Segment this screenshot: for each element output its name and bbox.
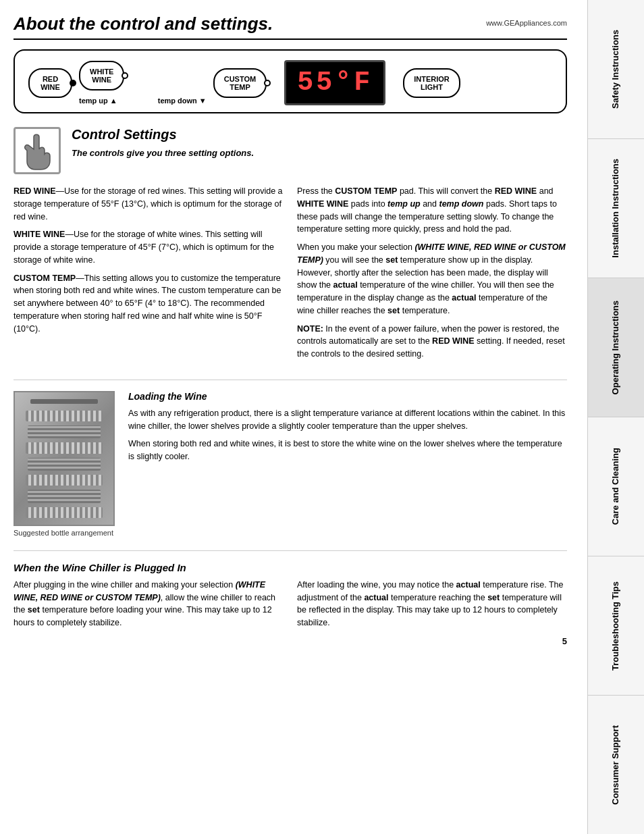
actual-bold: actual xyxy=(333,280,358,290)
sidebar-item-consumer[interactable]: Consumer Support xyxy=(588,696,644,834)
red-wine-desc: RED WINE—Use for the storage of red wine… xyxy=(14,185,284,223)
website-url: www.GEAppliances.com xyxy=(486,19,567,27)
sidebar-item-care[interactable]: Care and Cleaning xyxy=(588,417,644,556)
bottles-1 xyxy=(28,425,100,439)
two-col-content: RED WINE—Use for the storage of red wine… xyxy=(14,185,567,366)
actual-bold-2: actual xyxy=(452,293,476,303)
sidebar-label-operating: Operating Instructions xyxy=(610,301,622,394)
white-wine-button[interactable]: WHITE WINE xyxy=(79,61,124,90)
custom-temp-label-line1: CUSTOM xyxy=(224,75,256,83)
control-settings-section: Control Settings The controls give you t… xyxy=(14,127,567,174)
interior-light-group: INTERIOR LIGHT xyxy=(403,68,460,98)
lcd-display: 55°F xyxy=(284,60,385,105)
interior-light-label-line2: LIGHT xyxy=(414,83,450,91)
right-para-2: When you make your selection (WHITE WINE… xyxy=(297,241,567,317)
plugged-right: After loading the wine, you may notice t… xyxy=(297,579,567,629)
loading-wine-heading: Loading the Wine xyxy=(128,391,567,402)
wine-image-inner xyxy=(15,392,113,525)
control-settings-heading: Control Settings xyxy=(72,127,567,142)
plugged-set: set xyxy=(28,605,40,615)
plugged-left: After plugging in the wine chiller and m… xyxy=(14,579,284,629)
white-wine-label-line2: WINE xyxy=(90,76,113,84)
plugged-actual-2: actual xyxy=(364,593,388,602)
sidebar-item-operating[interactable]: Operating Instructions xyxy=(588,278,644,417)
plugged-actual-1: actual xyxy=(456,580,481,590)
wine-image-container: Suggested bottle arrangement xyxy=(14,391,115,537)
page-number: 5 xyxy=(14,636,567,646)
sidebar-item-installation[interactable]: Installation Instructions xyxy=(588,139,644,278)
temp-labels: temp up ▲ temp down ▼ xyxy=(79,97,207,105)
temp-up-label: temp up ▲ xyxy=(79,97,117,105)
page-header: About the control and settings. www.GEAp… xyxy=(14,14,567,40)
col-right: Press the CUSTOM TEMP pad. This will con… xyxy=(297,185,567,366)
red-wine-term: RED WINE xyxy=(14,186,56,196)
page-title: About the control and settings. xyxy=(14,14,273,34)
set-bold-2: set xyxy=(387,306,400,315)
shelf-4 xyxy=(26,507,102,518)
panel-buttons: RED WINE WHITE WINE temp up ▲ temp down … xyxy=(28,60,552,105)
loading-text: Loading the Wine As with any refrigerati… xyxy=(128,391,567,537)
interior-light-button[interactable]: INTERIOR LIGHT xyxy=(403,68,460,98)
red-wine-group: RED WINE xyxy=(28,68,72,98)
hand-icon xyxy=(14,127,61,174)
custom-temp-group: CUSTOM TEMP xyxy=(213,68,267,98)
custom-temp-bold: CUSTOM TEMP xyxy=(335,186,397,196)
image-caption: Suggested bottle arrangement xyxy=(14,529,115,537)
red-wine-label-line1: RED xyxy=(39,75,61,83)
control-panel-diagram: RED WINE WHITE WINE temp up ▲ temp down … xyxy=(14,49,567,113)
custom-temp-button[interactable]: CUSTOM TEMP xyxy=(213,68,267,98)
control-settings-subheading: The controls give you three setting opti… xyxy=(72,148,567,158)
custom-temp-desc: CUSTOM TEMP—This setting allows you to c… xyxy=(14,272,284,336)
loading-para-1: As with any refrigeration product, there… xyxy=(128,407,567,433)
main-content: About the control and settings. www.GEAp… xyxy=(0,0,587,834)
top-bar xyxy=(30,399,99,404)
shelf-2 xyxy=(26,442,102,453)
right-para-1: Press the CUSTOM TEMP pad. This will con… xyxy=(297,185,567,236)
hand-svg xyxy=(20,130,54,171)
set-bold: set xyxy=(385,255,398,265)
interior-light-label-line1: INTERIOR xyxy=(414,75,450,83)
plugged-in-section: When the Wine Chiller is Plugged In Afte… xyxy=(14,550,567,629)
sidebar-label-consumer: Consumer Support xyxy=(610,725,622,805)
shelf-3 xyxy=(26,475,102,486)
sidebar-label-installation: Installation Instructions xyxy=(610,159,622,258)
plugged-cols: After plugging in the wine chiller and m… xyxy=(14,579,567,629)
white-wine-desc: WHITE WINE—Use for the storage of white … xyxy=(14,228,284,266)
note-bold: NOTE: xyxy=(297,324,323,334)
selection-options: (WHITE WINE, RED WINE or CUSTOM TEMP) xyxy=(297,242,566,265)
temp-up-bold: temp up xyxy=(387,199,421,209)
loading-wine-section: Suggested bottle arrangement Loading the… xyxy=(14,380,567,537)
bottles-3 xyxy=(28,490,100,503)
plugged-selection: (WHITE WINE, RED WINE or CUSTOM TEMP) xyxy=(14,580,265,602)
sidebar-item-safety[interactable]: Safety Instructions xyxy=(588,0,644,139)
sidebar: Safety Instructions Installation Instruc… xyxy=(587,0,644,834)
wine-image xyxy=(14,391,115,526)
sidebar-item-troubleshooting[interactable]: Troubleshooting Tips xyxy=(588,556,644,696)
col-left: RED WINE—Use for the storage of red wine… xyxy=(14,185,284,366)
right-para-3: NOTE: In the event of a power failure, w… xyxy=(297,323,567,361)
custom-temp-term: CUSTOM TEMP xyxy=(14,273,76,283)
control-settings-content: Control Settings The controls give you t… xyxy=(72,127,567,174)
temp-down-label: temp down ▼ xyxy=(158,97,207,105)
temp-down-bold: temp down xyxy=(439,199,484,209)
sidebar-label-troubleshooting: Troubleshooting Tips xyxy=(610,581,622,671)
white-wine-label-line1: WHITE xyxy=(90,68,113,76)
sidebar-label-safety: Safety Instructions xyxy=(610,30,622,109)
red-wine-button[interactable]: RED WINE xyxy=(28,68,72,98)
plugged-in-heading: When the Wine Chiller is Plugged In xyxy=(14,562,567,573)
temp-labels-area: WHITE WINE temp up ▲ temp down ▼ xyxy=(79,61,207,105)
loading-para-2: When storing both red and white wines, i… xyxy=(128,438,567,463)
shelf-1 xyxy=(26,411,102,421)
custom-temp-dot xyxy=(264,80,271,86)
red-wine-dot xyxy=(70,80,76,86)
red-wine-label-line2: WINE xyxy=(39,83,61,91)
sidebar-label-care: Care and Cleaning xyxy=(610,448,622,525)
white-wine-term: WHITE WINE xyxy=(14,230,65,239)
custom-temp-label-line2: TEMP xyxy=(224,83,256,91)
white-wine-dot xyxy=(122,72,128,79)
red-wine-bold: RED WINE xyxy=(495,186,537,196)
red-wine-note: RED WINE xyxy=(432,336,475,346)
bottles-2 xyxy=(28,458,100,471)
plugged-set-2: set xyxy=(487,593,500,602)
white-wine-bold: WHITE WINE xyxy=(297,199,348,209)
